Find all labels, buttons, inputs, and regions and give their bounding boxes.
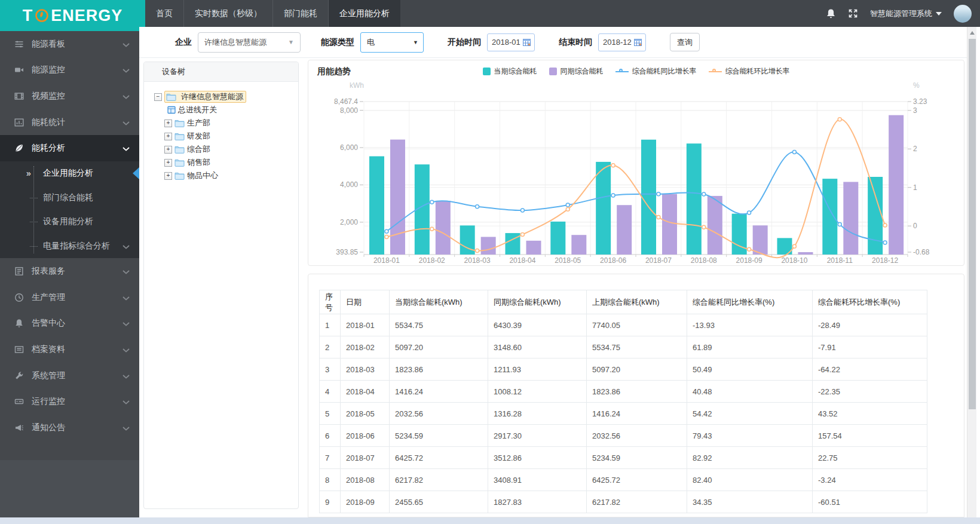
sidebar-item[interactable]: 运行监控 — [0, 388, 139, 415]
end-date-input[interactable] — [603, 38, 634, 47]
tree-node[interactable]: +研发部 — [154, 130, 298, 143]
legend-item[interactable]: 综合能耗环比增长率 — [709, 66, 790, 76]
tree-node-label: 销售部 — [187, 157, 210, 168]
x-axis-label: 2018-08 — [691, 256, 717, 265]
sidebar-item-label: 能源看板 — [32, 39, 115, 50]
sidebar-item[interactable]: 档案资料 — [0, 336, 139, 363]
calendar-icon[interactable] — [634, 39, 642, 46]
top-nav: 首页实时数据（秒级）部门能耗企业用能分析 — [145, 0, 400, 27]
legend-item[interactable]: 综合能耗同比增长率 — [615, 66, 697, 76]
bar-prev-year — [889, 115, 904, 255]
sidebar-item[interactable]: 系统管理 — [0, 363, 139, 389]
tree-node[interactable]: +综合部 — [154, 143, 298, 156]
enterprise-select[interactable]: 许继信息智慧能源 ▼ — [198, 32, 301, 53]
sidebar-item[interactable]: 报表服务 — [0, 258, 139, 284]
fullscreen-icon[interactable] — [848, 8, 858, 19]
legend-item[interactable]: 同期综合能耗 — [549, 66, 604, 76]
right-axis-label: 0 — [913, 222, 917, 230]
logo-text-left: T — [23, 7, 33, 25]
energy-data-table: 序号日期当期综合能耗(kWh)同期综合能耗(kWh)上期综合能耗(kWh)综合能… — [319, 290, 927, 513]
leaf-icon — [14, 143, 24, 153]
table-column-header: 上期综合能耗(kWh) — [587, 290, 687, 314]
bar-current — [550, 222, 565, 255]
tree-expand-toggle[interactable]: + — [164, 159, 172, 167]
chart-canvas[interactable]: 393.852,0004,0006,0008,0008,467.4-0.6801… — [308, 60, 965, 266]
tree-node[interactable]: 总进线开关 — [154, 103, 298, 117]
table-column-header: 同期综合能耗(kWh) — [488, 290, 587, 314]
table-cell: 82.92 — [687, 447, 813, 469]
energy-type-select[interactable]: 电 ▼ — [360, 32, 424, 53]
report-icon — [14, 266, 24, 276]
left-axis-label: 393.85 — [336, 248, 358, 256]
end-date-field — [598, 33, 646, 51]
meter-grid-icon — [167, 106, 176, 114]
table-column-header: 综合能耗同比增长率(%) — [687, 290, 813, 314]
tree-node[interactable]: +生产部 — [154, 117, 298, 130]
right-axis-label: -0.68 — [913, 248, 930, 256]
sidebar-item[interactable]: 告警中心 — [0, 311, 139, 337]
horizontal-scrollbar-track[interactable] — [0, 517, 980, 524]
system-name-dropdown[interactable]: 智慧能源管理系统 — [870, 8, 942, 19]
table-cell: 1211.93 — [488, 358, 587, 381]
tree-node[interactable]: +销售部 — [154, 156, 298, 169]
start-date-input[interactable] — [492, 38, 523, 47]
tree-expand-toggle[interactable]: + — [164, 146, 172, 154]
notification-bell-icon[interactable] — [826, 8, 836, 19]
sidebar-subitem[interactable]: 设备用能分析 — [0, 210, 139, 234]
line-point — [883, 241, 887, 244]
sidebar-item[interactable]: 能源监控 — [0, 57, 139, 84]
tree-collapse-toggle[interactable]: − — [154, 93, 162, 101]
table-cell: -7.91 — [813, 336, 927, 358]
vertical-scrollbar-thumb[interactable] — [969, 39, 976, 409]
sidebar-item[interactable]: 能源看板 — [0, 31, 139, 57]
folder-icon — [174, 119, 185, 127]
tree-branch-line — [30, 246, 38, 247]
calendar-icon[interactable] — [523, 39, 531, 46]
table-cell: 2018-09 — [341, 491, 390, 513]
tree-expand-toggle[interactable]: + — [164, 172, 172, 180]
top-nav-tab[interactable]: 部门能耗 — [273, 0, 329, 27]
vertical-scrollbar[interactable] — [967, 27, 976, 517]
table-body: 12018-015534.756430.397740.05-13.93-28.4… — [320, 314, 927, 513]
sidebar-item[interactable]: 能耗统计 — [0, 109, 139, 136]
table-cell: 1823.86 — [390, 358, 488, 381]
right-axis-label: 3 — [913, 106, 917, 115]
folder-icon — [166, 93, 176, 101]
sidebar-item-label: 能源监控 — [32, 65, 115, 75]
sidebar-item[interactable]: 视频监控 — [0, 83, 139, 109]
app-logo: T ENERGY — [0, 0, 145, 31]
legend-item[interactable]: 当期综合能耗 — [483, 66, 537, 76]
chevron-down-icon — [936, 12, 942, 16]
sidebar-subitem[interactable]: 部门综合能耗 — [0, 186, 139, 210]
right-axis-label: 1 — [913, 183, 917, 192]
query-button[interactable]: 查询 — [670, 33, 700, 51]
tree-node[interactable]: +物品中心 — [154, 169, 298, 182]
table-cell: 1827.83 — [488, 491, 587, 513]
chevron-down-icon — [122, 293, 130, 302]
table-cell: 3 — [320, 358, 341, 381]
sidebar-subitem[interactable]: 电量指标综合分析 — [0, 234, 139, 259]
end-time-label: 结束时间 — [559, 37, 592, 48]
sidebar-item[interactable]: 生产管理 — [0, 284, 139, 311]
tree-expand-toggle[interactable]: + — [164, 119, 172, 127]
scroll-up-arrow-icon[interactable] — [967, 29, 977, 37]
bar-prev-year — [617, 205, 632, 255]
sidebar-item[interactable]: 能耗分析 — [0, 135, 139, 161]
sidebar-item[interactable]: 通知公告 — [0, 415, 139, 441]
line-point — [430, 227, 434, 231]
line-point — [838, 223, 841, 226]
start-date-field — [487, 33, 535, 51]
user-avatar[interactable] — [954, 5, 972, 23]
legend-line-marker — [615, 71, 629, 72]
top-nav-tab[interactable]: 首页 — [145, 0, 184, 27]
top-nav-tab[interactable]: 实时数据（秒级） — [184, 0, 273, 27]
tree-expand-toggle[interactable]: + — [164, 133, 172, 140]
megaphone-icon — [14, 423, 24, 433]
sidebar-subitem[interactable]: »企业用能分析 — [0, 161, 139, 186]
top-nav-tab[interactable]: 企业用能分析 — [329, 0, 400, 27]
line-point — [792, 150, 796, 154]
table-cell: 2018-05 — [341, 403, 390, 425]
x-axis-label: 2018-05 — [555, 256, 581, 265]
enterprise-label: 企业 — [175, 37, 192, 48]
tree-node-root[interactable]: −许继信息智慧能源 — [154, 90, 298, 103]
